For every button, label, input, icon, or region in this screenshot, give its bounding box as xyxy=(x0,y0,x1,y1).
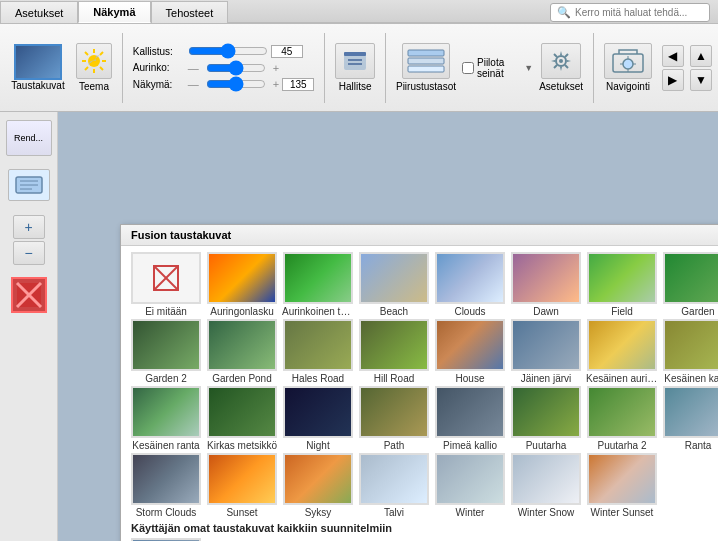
piirustustasot-group: Piirustustasot xyxy=(396,43,456,92)
thumb-field[interactable]: Field xyxy=(585,252,659,317)
navigointi-icon xyxy=(604,43,652,79)
thumbnails-section: Ei mitäänAuringonlaskuAurinkoinen tal...… xyxy=(121,246,718,541)
thumb-auringonlasku[interactable]: Auringonlasku xyxy=(205,252,279,317)
user-section-label: Käyttäjän omat taustakuvat kaikkiin suun… xyxy=(131,522,718,534)
thumb-wintersnow[interactable]: Winter Snow xyxy=(509,453,583,518)
thumb-kesainenkall[interactable]: Kesäinen kallio xyxy=(661,319,718,384)
thumb-kesainenaurin[interactable]: Kesäinen aurin... xyxy=(585,319,659,384)
thumb-label-stormclouds: Storm Clouds xyxy=(130,507,202,518)
asetukset-group: Asetukset xyxy=(539,43,583,92)
thumb-talvi[interactable]: Talvi xyxy=(357,453,431,518)
thumb-label-auringonlasku: Auringonlasku xyxy=(206,306,278,317)
svg-point-17 xyxy=(559,59,563,63)
thumb-label-sunset: Sunset xyxy=(206,507,278,518)
svg-line-6 xyxy=(100,67,103,70)
thumb-label-path: Path xyxy=(358,440,430,451)
taustakuvat-group: Taustakuvat xyxy=(6,44,70,91)
thumb-puutarha2[interactable]: Puutarha 2 xyxy=(585,386,659,451)
sidebar-minus-button[interactable]: − xyxy=(13,241,45,265)
svg-rect-15 xyxy=(408,66,444,72)
thumb-label-winter: Winter xyxy=(434,507,506,518)
sliders-group: Kallistus: Aurinko: — + Näkymä: — + xyxy=(133,45,314,91)
thumb-kesaineranta[interactable]: Kesäinen ranta xyxy=(129,386,203,451)
piilota-seinat-checkbox[interactable] xyxy=(462,62,474,74)
canvas-area: Fusion taustakuvat Ei mitäänAuringonlask… xyxy=(58,112,718,541)
thumb-stormclouds[interactable]: Storm Clouds xyxy=(129,453,203,518)
tab-bar: Asetukset Näkymä Tehosteet 🔍 xyxy=(0,0,718,24)
thumb-garden2[interactable]: Garden 2 xyxy=(129,319,203,384)
thumb-label-night: Night xyxy=(282,440,354,451)
thumb-garden[interactable]: Garden xyxy=(661,252,718,317)
thumb-aurinkoinen[interactable]: Aurinkoinen tal... xyxy=(281,252,355,317)
thumb-night[interactable]: Night xyxy=(281,386,355,451)
sidebar-selection-indicator xyxy=(11,277,47,313)
thumb-label-jainenjarvi: Jäinen järvi xyxy=(510,373,582,384)
thumb-label-dawn: Dawn xyxy=(510,306,582,317)
tab-tehosteet[interactable]: Tehosteet xyxy=(151,1,229,23)
background-picker-panel: Fusion taustakuvat Ei mitäänAuringonlask… xyxy=(120,224,718,541)
thumb-puutarha[interactable]: Puutarha xyxy=(509,386,583,451)
svg-rect-14 xyxy=(408,58,444,64)
thumb-clouds[interactable]: Clouds xyxy=(433,252,507,317)
thumb-wintersunset[interactable]: Winter Sunset xyxy=(585,453,659,518)
hallitse-group: Hallitse xyxy=(335,43,375,92)
thumb-label-puutarha: Puutarha xyxy=(510,440,582,451)
nav-down-button[interactable]: ▶ xyxy=(662,69,684,91)
nayma-slider[interactable] xyxy=(206,79,266,89)
sidebar-tool-1[interactable] xyxy=(8,169,50,201)
thumb-label-kesaineranta: Kesäinen ranta xyxy=(130,440,202,451)
kallistus-input[interactable] xyxy=(271,45,303,58)
thumb-sunset[interactable]: Sunset xyxy=(205,453,279,518)
sidebar-small-buttons: + − xyxy=(13,215,45,265)
thumb-kirkasmets[interactable]: Kirkas metsikkö xyxy=(205,386,279,451)
svg-point-19 xyxy=(623,59,633,69)
thumb-dawn[interactable]: Dawn xyxy=(509,252,583,317)
svg-line-8 xyxy=(85,67,88,70)
taustakuvat-button[interactable]: Taustakuvat xyxy=(6,44,70,91)
thumb-label-wintersnow: Winter Snow xyxy=(510,507,582,518)
thumb-beach[interactable]: Beach xyxy=(357,252,431,317)
thumb-ranta[interactable]: Ranta xyxy=(661,386,718,451)
thumb-label-garden: Garden xyxy=(662,306,718,317)
kallistus-slider[interactable] xyxy=(188,46,268,56)
thumb-label-kirkasmets: Kirkas metsikkö xyxy=(206,440,278,451)
aurinko-slider[interactable] xyxy=(206,63,266,73)
tab-nakyma[interactable]: Näkymä xyxy=(78,1,150,23)
thumb-label-aurinkoinen: Aurinkoinen tal... xyxy=(282,306,354,317)
sidebar-add-button[interactable]: + xyxy=(13,215,45,239)
thumb-label-house: House xyxy=(434,373,506,384)
nav-up-button[interactable]: ◀ xyxy=(662,45,684,67)
nav-arrows-2: ▲ ▼ xyxy=(690,45,712,91)
nav-left-button[interactable]: ▲ xyxy=(690,45,712,67)
piilota-seinat-row: Piilota seinät ▼ xyxy=(462,57,533,79)
thumb-gardenpond[interactable]: Garden Pond xyxy=(205,319,279,384)
thumb-label-none: Ei mitään xyxy=(130,306,202,317)
thumb-label-gardenpond: Garden Pond xyxy=(206,373,278,384)
nayma-row: Näkymä: — + xyxy=(133,78,314,91)
search-bar: 🔍 xyxy=(550,3,710,22)
sidebar: Rend... + − xyxy=(0,112,58,541)
thumb-hillroad[interactable]: Hill Road xyxy=(357,319,431,384)
sidebar-render-button[interactable]: Rend... xyxy=(6,120,52,156)
search-input[interactable] xyxy=(575,7,695,18)
svg-point-0 xyxy=(88,55,100,67)
thumb-halesroad[interactable]: Hales Road xyxy=(281,319,355,384)
nav-arrows: ◀ ▶ xyxy=(662,45,684,91)
thumb-path[interactable]: Path xyxy=(357,386,431,451)
thumb-none[interactable]: Ei mitään xyxy=(129,252,203,317)
taustakuvat-preview xyxy=(14,44,62,80)
nayma-value-input[interactable] xyxy=(282,78,314,91)
thumb-pimeakallio[interactable]: Pimeä kallio xyxy=(433,386,507,451)
thumb-label-syksy: Syksy xyxy=(282,507,354,518)
thumb-label-kesainenkall: Kesäinen kallio xyxy=(662,373,718,384)
nav-right-button[interactable]: ▼ xyxy=(690,69,712,91)
tab-asetukset[interactable]: Asetukset xyxy=(0,1,78,23)
thumb-label-kesainenaurin: Kesäinen aurin... xyxy=(586,373,658,384)
asetukset-icon xyxy=(541,43,581,79)
thumb-jainenjarvi[interactable]: Jäinen järvi xyxy=(509,319,583,384)
thumb-house[interactable]: House xyxy=(433,319,507,384)
svg-line-7 xyxy=(100,52,103,55)
thumb-syksy[interactable]: Syksy xyxy=(281,453,355,518)
thumb-winter[interactable]: Winter xyxy=(433,453,507,518)
no-item-icon xyxy=(152,264,180,292)
